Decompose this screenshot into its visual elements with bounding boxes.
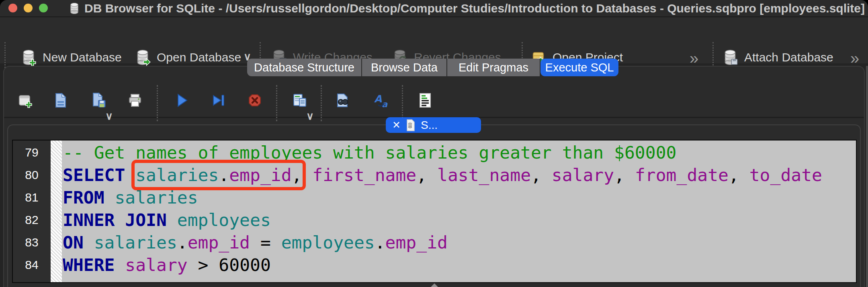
splitter-handle-icon[interactable] xyxy=(431,283,438,287)
stop-execution-button[interactable] xyxy=(246,92,264,109)
execute-current-line-button[interactable] xyxy=(210,92,227,109)
sql-toolbar-separator xyxy=(402,85,403,121)
svg-text:A: A xyxy=(374,93,382,105)
replace-text-button[interactable]: A a xyxy=(373,92,391,109)
database-new-icon xyxy=(19,48,38,67)
line-number: 82 xyxy=(13,209,51,231)
database-open-icon xyxy=(133,48,152,67)
save-sql-file-button[interactable] xyxy=(90,92,107,109)
close-tab-icon[interactable]: ✕ xyxy=(392,120,401,130)
minimize-window-button[interactable] xyxy=(24,4,33,12)
sql-document-icon xyxy=(406,119,416,131)
find-text-button[interactable] xyxy=(334,92,351,109)
view-tabs: Database Structure Browse Data Edit Prag… xyxy=(247,59,618,76)
sql-toolbar-separator xyxy=(276,85,277,121)
code-line[interactable]: WHERE salary > 60000 xyxy=(63,254,856,276)
toolbar-overflow-button[interactable]: » xyxy=(850,49,858,67)
execute-all-button[interactable] xyxy=(173,92,190,109)
save-sql-dropdown-chevron-icon[interactable]: ∨ xyxy=(105,110,113,122)
tab-database-structure[interactable]: Database Structure xyxy=(247,59,362,76)
sql-log-button[interactable] xyxy=(416,92,434,109)
open-sql-file-icon xyxy=(51,92,69,109)
stop-execution-icon xyxy=(246,92,264,109)
line-number: 79 xyxy=(13,141,51,164)
sql-log-icon xyxy=(416,92,434,109)
save-sql-file-icon xyxy=(90,92,107,109)
replace-text-icon: A a xyxy=(373,92,391,109)
attach-database-label: Attach Database xyxy=(744,51,833,64)
print-icon xyxy=(126,92,144,109)
titlebar: DB Browser for SQLite - /Users/russellgo… xyxy=(0,0,868,17)
save-results-button[interactable] xyxy=(291,92,309,109)
close-window-button[interactable] xyxy=(8,4,17,12)
line-number: 80 xyxy=(13,164,51,186)
code-lines[interactable]: -- Get names of employees with salaries … xyxy=(62,140,856,282)
sql-editor[interactable]: 798081828384 -- Get names of employees w… xyxy=(12,140,857,283)
sql-toolbar-separator xyxy=(157,85,158,121)
open-database-button[interactable]: Open Database xyxy=(133,47,241,68)
open-database-label: Open Database xyxy=(157,51,241,64)
database-attach-icon xyxy=(721,48,739,67)
line-number: 81 xyxy=(13,186,51,209)
new-database-button[interactable]: New Database xyxy=(19,47,122,68)
tab-edit-pragmas[interactable]: Edit Pragmas xyxy=(447,59,540,76)
print-button[interactable] xyxy=(126,92,144,109)
database-icon xyxy=(68,2,81,15)
window-title: DB Browser for SQLite - /Users/russellgo… xyxy=(84,2,865,15)
main-toolbar: New Database Open Database ∨ Write Chang… xyxy=(0,17,868,63)
code-line[interactable]: ON salaries.emp_id = employees.emp_id xyxy=(63,231,856,254)
tab-execute-sql[interactable]: Execute SQL xyxy=(540,59,618,76)
execute-all-icon xyxy=(173,92,190,109)
attach-database-button[interactable]: Attach Database xyxy=(721,47,833,68)
save-results-icon xyxy=(291,92,309,109)
window-edge xyxy=(866,66,868,287)
toolbar-overflow-button[interactable]: » xyxy=(690,49,697,67)
open-sql-tab-icon xyxy=(16,92,34,109)
code-line[interactable]: INNER JOIN employees xyxy=(63,209,856,231)
code-line[interactable]: FROM salaries xyxy=(63,186,856,209)
line-number: 83 xyxy=(13,231,51,254)
zoom-window-button[interactable] xyxy=(39,4,48,12)
open-sql-tab-button[interactable] xyxy=(16,92,34,109)
code-line[interactable]: -- Get names of employees with salaries … xyxy=(63,141,856,164)
tab-browse-data[interactable]: Browse Data xyxy=(362,59,447,76)
code-line[interactable]: SELECT salaries.emp_id, first_name, last… xyxy=(63,164,856,186)
line-number: 84 xyxy=(13,254,51,276)
sql-file-tab[interactable]: ✕ S... xyxy=(386,117,481,133)
open-sql-file-button[interactable] xyxy=(51,92,69,109)
highlight-box: salaries.emp_id, xyxy=(135,164,302,186)
save-results-dropdown-chevron-icon[interactable]: ∨ xyxy=(306,110,314,122)
line-number-gutter: 798081828384 xyxy=(13,140,51,282)
sql-tab-label: S... xyxy=(421,119,438,132)
app-window: DB Browser for SQLite - /Users/russellgo… xyxy=(0,0,868,287)
fold-margin xyxy=(51,140,62,282)
execute-current-line-icon xyxy=(210,92,227,109)
sql-toolbar-separator xyxy=(321,85,322,121)
new-database-label: New Database xyxy=(43,51,122,64)
find-text-icon xyxy=(334,92,351,109)
